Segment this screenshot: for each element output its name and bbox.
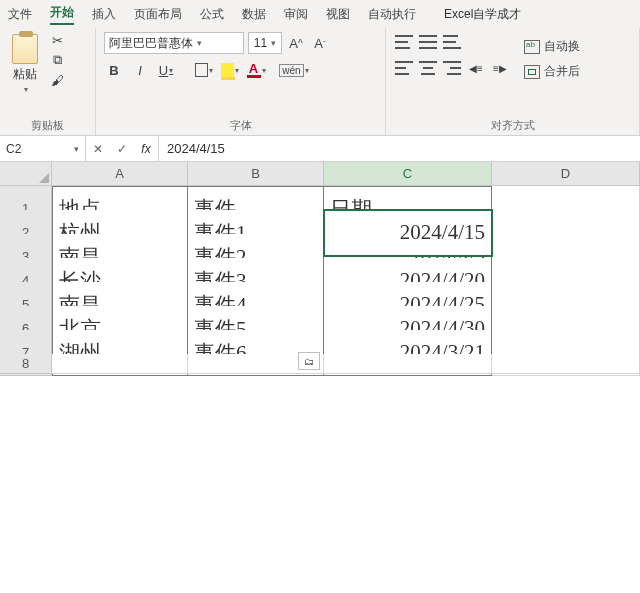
- group-alignment: ◀≡ ≡▶ 自动换 合并后 对齐方式: [386, 28, 640, 135]
- border-icon: [195, 63, 208, 77]
- confirm-formula-icon[interactable]: ✓: [110, 142, 134, 156]
- name-box-value: C2: [6, 142, 21, 156]
- menu-review[interactable]: 审阅: [284, 6, 308, 23]
- align-middle-button[interactable]: [418, 32, 438, 52]
- cell-A8[interactable]: [52, 354, 188, 374]
- merge-icon: [524, 65, 540, 79]
- underline-button[interactable]: U▾: [156, 60, 176, 80]
- menu-formulas[interactable]: 公式: [200, 6, 224, 23]
- group-alignment-label: 对齐方式: [394, 118, 631, 133]
- font-size-value: 11: [254, 36, 267, 50]
- copy-icon[interactable]: ⧉: [48, 52, 66, 68]
- paste-label: 粘贴: [13, 66, 37, 83]
- formula-bar: C2 ▾ ✕ ✓ fx 2024/4/15: [0, 136, 640, 162]
- menu-insert[interactable]: 插入: [92, 6, 116, 23]
- align-center-button[interactable]: [418, 58, 438, 78]
- cut-icon[interactable]: ✂: [48, 32, 66, 48]
- menu-home[interactable]: 开始: [50, 4, 74, 25]
- phonetic-icon: wén: [279, 64, 303, 77]
- name-box[interactable]: C2 ▾: [0, 136, 86, 161]
- align-top-button[interactable]: [394, 32, 414, 52]
- fx-icon[interactable]: fx: [134, 142, 158, 156]
- spreadsheet-grid[interactable]: A B C D 1 地点 事件 日期 2 杭州 事件1 2024/4/15 3 …: [0, 162, 640, 378]
- chevron-down-icon[interactable]: ▾: [271, 38, 276, 48]
- group-font: 阿里巴巴普惠体 ▾ 11 ▾ A^ Aˇ B I U▾ ▾ ▾ A▾ wén▾: [96, 28, 386, 135]
- font-name-value: 阿里巴巴普惠体: [109, 35, 193, 52]
- chevron-down-icon[interactable]: ▾: [24, 85, 28, 94]
- format-painter-icon[interactable]: 🖌: [48, 72, 66, 88]
- font-color-icon: A: [247, 63, 261, 78]
- align-right-button[interactable]: [442, 58, 462, 78]
- decrease-font-icon[interactable]: Aˇ: [310, 33, 330, 53]
- wrap-text-button[interactable]: 自动换: [524, 38, 580, 55]
- menu-view[interactable]: 视图: [326, 6, 350, 23]
- align-left-button[interactable]: [394, 58, 414, 78]
- phonetic-button[interactable]: wén▾: [284, 60, 304, 80]
- wrap-icon: [524, 40, 540, 54]
- cell-B8[interactable]: 🗂: [188, 354, 324, 374]
- align-bottom-button[interactable]: [442, 32, 462, 52]
- font-color-button[interactable]: A▾: [246, 60, 266, 80]
- menu-file[interactable]: 文件: [8, 6, 32, 23]
- paste-options-icon[interactable]: 🗂: [298, 352, 320, 370]
- font-size-combo[interactable]: 11 ▾: [248, 32, 282, 54]
- select-all-corner[interactable]: [0, 162, 52, 186]
- merge-center-button[interactable]: 合并后: [524, 63, 580, 80]
- cell-C8[interactable]: [324, 354, 492, 374]
- menu-data[interactable]: 数据: [242, 6, 266, 23]
- paste-button[interactable]: 粘贴 ▾: [8, 32, 42, 96]
- group-clipboard-label: 剪贴板: [8, 118, 87, 133]
- row-header-8[interactable]: 8: [0, 354, 52, 374]
- group-clipboard: 粘贴 ▾ ✂ ⧉ 🖌 剪贴板: [0, 28, 96, 135]
- italic-button[interactable]: I: [130, 60, 150, 80]
- fill-color-button[interactable]: ▾: [220, 60, 240, 80]
- increase-font-icon[interactable]: A^: [286, 33, 306, 53]
- increase-indent-button[interactable]: ≡▶: [490, 58, 510, 78]
- cancel-formula-icon[interactable]: ✕: [86, 142, 110, 156]
- cell-C2[interactable]: 2024/4/15: [324, 210, 492, 256]
- fill-icon: [221, 63, 234, 77]
- formula-input[interactable]: 2024/4/15: [159, 141, 640, 156]
- paste-icon: [12, 34, 38, 64]
- menu-automate[interactable]: 自动执行: [368, 6, 416, 23]
- bold-button[interactable]: B: [104, 60, 124, 80]
- brand-label: Excel自学成才: [444, 6, 521, 23]
- decrease-indent-button[interactable]: ◀≡: [466, 58, 486, 78]
- ribbon: 粘贴 ▾ ✂ ⧉ 🖌 剪贴板 阿里巴巴普惠体 ▾ 11 ▾ A: [0, 28, 640, 136]
- col-header-D[interactable]: D: [492, 162, 640, 186]
- chevron-down-icon[interactable]: ▾: [74, 144, 79, 154]
- col-header-B[interactable]: B: [188, 162, 324, 186]
- group-font-label: 字体: [104, 118, 377, 133]
- font-name-combo[interactable]: 阿里巴巴普惠体 ▾: [104, 32, 244, 54]
- col-header-C[interactable]: C: [324, 162, 492, 186]
- cell-D8[interactable]: [492, 354, 640, 374]
- borders-button[interactable]: ▾: [194, 60, 214, 80]
- col-header-A[interactable]: A: [52, 162, 188, 186]
- menu-bar: 文件 开始 插入 页面布局 公式 数据 审阅 视图 自动执行 Excel自学成才: [0, 0, 640, 28]
- chevron-down-icon[interactable]: ▾: [197, 38, 202, 48]
- menu-pagelayout[interactable]: 页面布局: [134, 6, 182, 23]
